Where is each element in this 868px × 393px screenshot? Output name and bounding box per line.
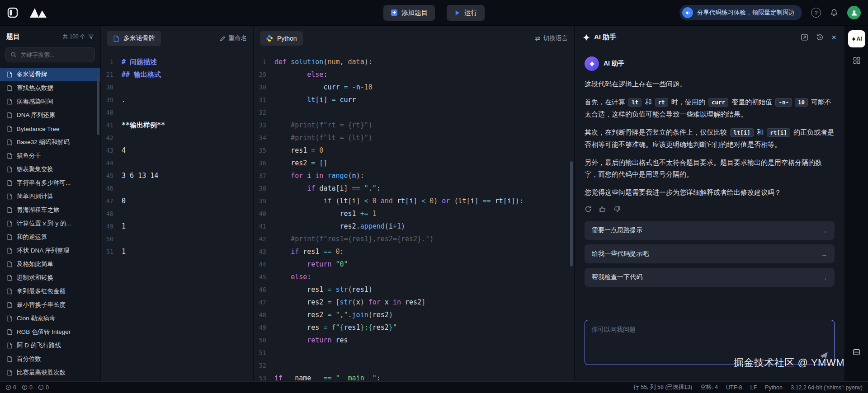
editor-line[interactable]: 41**输出样例** xyxy=(101,119,253,131)
sidebar-item[interactable]: 及格如此简单 xyxy=(0,257,100,271)
apps-grid-icon[interactable] xyxy=(853,56,861,65)
warnings-status[interactable]: 0 xyxy=(22,384,33,391)
sidebar-item[interactable]: Bytedance Tree xyxy=(0,122,100,136)
editor-line[interactable]: 39 if (lt[i] < 0 and rt[i] < 0) or (lt[i… xyxy=(254,195,574,207)
interpreter-status[interactable]: 3.12.2 64-bit ('shims': pyenv) xyxy=(791,384,863,391)
ai-suggestion-button[interactable]: 帮我检查一下代码→ xyxy=(585,268,835,287)
editor-line[interactable]: 39. xyxy=(101,94,253,106)
promo-banner[interactable]: 分享代码练习体验，领限量定制周边 xyxy=(679,5,802,20)
editor-line[interactable]: 53if __name__ == "__main__": xyxy=(254,372,574,381)
sidebar-item[interactable]: 和的逆运算 xyxy=(0,230,100,244)
editor-line[interactable]: 30 curr = -n-10 xyxy=(254,81,574,94)
editor-line[interactable]: 38 if data[i] == ".": xyxy=(254,182,574,195)
sidebar-item[interactable]: 计算位置 x 到 y 的... xyxy=(0,217,100,230)
history-icon[interactable] xyxy=(816,33,824,41)
sidebar-item[interactable]: 比赛最高获胜次数 xyxy=(0,366,100,379)
editor-line[interactable]: 44 return "0" xyxy=(254,258,574,271)
sidebar-item[interactable]: 字符串有多少种可... xyxy=(0,176,100,190)
editor-line[interactable]: 1# 问题描述 xyxy=(101,56,253,68)
ai-assistant-rail-icon[interactable]: AI xyxy=(848,30,865,47)
filter-icon[interactable] xyxy=(88,34,94,40)
sidebar-item[interactable]: 阿 D 的飞行路线 xyxy=(0,339,100,352)
editor-line[interactable]: 32 xyxy=(254,106,574,119)
code-editor[interactable]: 1def solution(num, data):29 else:30 curr… xyxy=(254,51,574,381)
editor-line[interactable]: 34 #print(f"lt = {lt}") xyxy=(254,131,574,144)
code-scrollbar[interactable] xyxy=(570,161,573,267)
editor-line[interactable]: 511 xyxy=(101,245,253,258)
editor-line[interactable]: 49 res = f"{res1}:{res2}" xyxy=(254,321,574,334)
errors-status[interactable]: 0 xyxy=(5,384,16,391)
send-icon[interactable] xyxy=(820,351,828,360)
sidebar-item[interactable]: 猫鱼分干 xyxy=(0,149,100,163)
editor-line[interactable]: 46 res1 = str(res1) xyxy=(254,283,574,296)
editor-line[interactable]: 45 else: xyxy=(254,271,574,283)
editor-line[interactable]: 37 for i in range(n): xyxy=(254,169,574,182)
problem-tab[interactable]: 多米诺骨牌 xyxy=(107,31,161,46)
editor-line[interactable]: 48 xyxy=(101,207,253,220)
language-status[interactable]: Python xyxy=(765,384,783,391)
switch-language-button[interactable]: ⇄ 切换语言 xyxy=(535,34,568,42)
editor-line[interactable]: 1def solution(num, data): xyxy=(254,56,574,68)
search-input[interactable] xyxy=(20,51,90,58)
sidebar-item[interactable]: 青海湖租车之旅 xyxy=(0,203,100,217)
add-problem-button[interactable]: 添加题目 xyxy=(383,5,435,21)
sidebar-item[interactable]: RGB 色值转 Integer xyxy=(0,325,100,339)
infos-status[interactable]: 0 xyxy=(38,384,49,391)
editor-line[interactable]: 38 xyxy=(101,81,253,94)
sidebar-item[interactable]: DNA 序列还原 xyxy=(0,108,100,122)
sidebar-item[interactable]: 简单四则计算 xyxy=(0,190,100,203)
rename-button[interactable]: 重命名 xyxy=(220,34,247,42)
sidebar-item[interactable]: 链表聚集交换 xyxy=(0,163,100,176)
sidebar-scrollbar[interactable] xyxy=(97,76,99,135)
sidebar-item[interactable]: 拿到最多红包金额 xyxy=(0,285,100,298)
editor-line[interactable]: 40 xyxy=(101,106,253,119)
editor-line[interactable]: 42 xyxy=(101,131,253,144)
editor-line[interactable]: 36 res2 = [] xyxy=(254,157,574,169)
ai-suggestion-button[interactable]: 需要一点思路提示→ xyxy=(585,221,835,240)
help-icon[interactable]: ? xyxy=(811,8,821,18)
regenerate-icon[interactable] xyxy=(585,206,592,213)
search-box[interactable] xyxy=(5,47,95,62)
avatar[interactable] xyxy=(847,6,861,19)
language-tab[interactable]: Python xyxy=(260,31,303,46)
editor-line[interactable]: 35 res1 = 0 xyxy=(254,144,574,157)
app-logo-icon[interactable] xyxy=(7,7,18,18)
editor-line[interactable]: 33 #print(f"rt = {rt}") xyxy=(254,119,574,131)
editor-line[interactable]: 43 if res1 == 0: xyxy=(254,245,574,258)
brand-mountain-logo-icon[interactable] xyxy=(28,7,48,19)
ai-question-input[interactable] xyxy=(591,326,816,359)
ai-input-box[interactable] xyxy=(585,320,835,365)
editor-line[interactable]: 491 xyxy=(101,220,253,233)
sidebar-item[interactable]: 环状 DNA 序列整理 xyxy=(0,244,100,257)
editor-line[interactable]: 453 6 13 14 xyxy=(101,169,253,182)
editor-line[interactable]: 31 lt[i] = curr xyxy=(254,94,574,106)
editor-line[interactable]: 48 res2 = ",".join(res2) xyxy=(254,309,574,321)
editor-line[interactable]: 50 xyxy=(101,233,253,245)
editor-line[interactable]: 51 xyxy=(254,346,574,359)
editor-line[interactable]: 46 xyxy=(101,182,253,195)
ai-suggestion-button[interactable]: 给我一些代码提示吧→ xyxy=(585,244,835,263)
close-icon[interactable]: × xyxy=(831,33,836,42)
sidebar-item[interactable]: 病毒感染时间 xyxy=(0,95,100,108)
sidebar-item[interactable]: 百分位数 xyxy=(0,352,100,366)
editor-line[interactable]: 42 #print(f"res1={res1},res2={res2}.") xyxy=(254,233,574,245)
sidebar-item[interactable]: 进制求和转换 xyxy=(0,271,100,285)
sidebar-item[interactable]: Base32 编码和解码 xyxy=(0,136,100,149)
editor-line[interactable]: 434 xyxy=(101,144,253,157)
editor-line[interactable]: 41 res2.append(i+1) xyxy=(254,220,574,233)
editor-line[interactable]: 470 xyxy=(101,195,253,207)
toggle-bottom-panel-icon[interactable] xyxy=(853,348,860,356)
editor-line[interactable]: 44 xyxy=(101,157,253,169)
thumbs-up-icon[interactable] xyxy=(599,206,606,213)
editor-line[interactable]: 29 else: xyxy=(254,68,574,81)
editor-line[interactable]: 47 res2 = [str(x) for x in res2] xyxy=(254,296,574,309)
thumbs-down-icon[interactable] xyxy=(613,206,621,213)
run-button[interactable]: 运行 xyxy=(447,5,485,21)
sidebar-item[interactable]: 最小替换子串长度 xyxy=(0,298,100,312)
eol-status[interactable]: LF xyxy=(750,384,757,391)
sidebar-item[interactable]: Cion 勒索病毒 xyxy=(0,312,100,325)
cursor-position[interactable]: 行 55, 列 58 (已选择13) xyxy=(633,384,692,391)
notifications-bell-icon[interactable] xyxy=(830,9,838,17)
new-chat-icon[interactable] xyxy=(801,33,808,41)
sidebar-item[interactable]: 查找热点数据 xyxy=(0,81,100,95)
